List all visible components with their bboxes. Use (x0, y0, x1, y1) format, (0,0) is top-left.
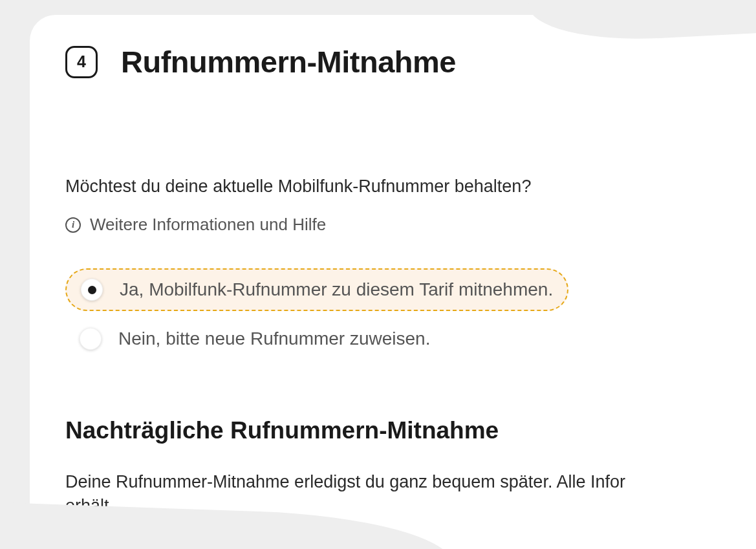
step-title: Rufnummern-Mitnahme (121, 44, 456, 80)
radio-option-yes[interactable]: Ja, Mobilfunk-Rufnummer zu diesem Tarif … (65, 268, 568, 311)
radio-group-keep-number: Ja, Mobilfunk-Rufnummer zu diesem Tarif … (65, 268, 756, 359)
sub-text-line-2: erhält (65, 496, 756, 516)
radio-label-no: Nein, bitte neue Rufnummer zuweisen. (118, 328, 430, 349)
step-header: 4 Rufnummern-Mitnahme (65, 44, 756, 80)
radio-indicator (81, 279, 103, 301)
info-icon: i (65, 217, 81, 233)
sub-text-line-1: Deine Rufnummer-Mitnahme erledigst du ga… (65, 469, 756, 496)
form-section-card: 4 Rufnummern-Mitnahme Möchtest du deine … (30, 15, 756, 549)
radio-indicator (80, 328, 102, 350)
radio-option-no[interactable]: Nein, bitte neue Rufnummer zuweisen. (65, 319, 444, 359)
info-help-link[interactable]: i Weitere Informationen und Hilfe (65, 215, 756, 235)
sub-heading: Nachträgliche Rufnummern-Mitnahme (65, 417, 756, 444)
step-number-badge: 4 (65, 46, 98, 78)
radio-label-yes: Ja, Mobilfunk-Rufnummer zu diesem Tarif … (120, 279, 553, 300)
step-number: 4 (77, 52, 86, 71)
question-text: Möchtest du deine aktuelle Mobilfunk-Ruf… (65, 177, 756, 197)
info-link-text: Weitere Informationen und Hilfe (90, 215, 326, 235)
